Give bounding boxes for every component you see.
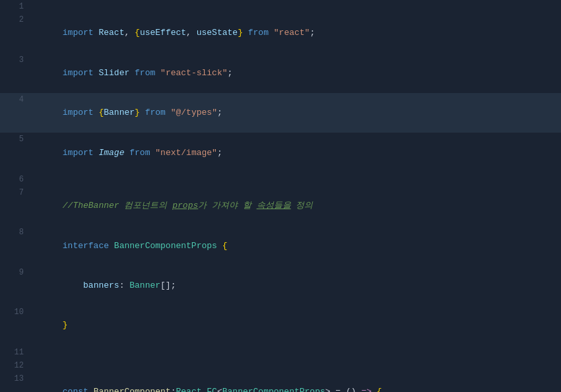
line-number: 3: [5, 54, 24, 67]
line-number: 2: [5, 14, 24, 26]
line-number: 8: [5, 226, 24, 239]
line-2: 2 import React, {useEffect, useState} fr…: [0, 13, 561, 53]
line-1: 1: [0, 0, 561, 13]
line-12: 12: [0, 359, 561, 372]
line-4: 4 import {Banner} from "@/types";: [0, 93, 561, 133]
line-3: 3 import Slider from "react-slick";: [0, 53, 561, 93]
line-10: 10 }: [0, 306, 561, 345]
line-number: 10: [5, 306, 24, 319]
line-number: 7: [5, 187, 24, 199]
line-6: 6: [0, 173, 561, 186]
line-11: 11: [0, 346, 561, 359]
line-5: 5 import Image from "next/image";: [0, 133, 561, 172]
line-number: 1: [5, 1, 24, 13]
line-13: 13 const BannerComponent:React.FC<Banner…: [0, 372, 561, 392]
line-number: 12: [5, 360, 24, 372]
line-7: 7 //TheBanner 컴포넌트의 props가 가져야 할 속성들을 정의: [0, 186, 561, 226]
line-8: 8 interface BannerComponentProps {: [0, 226, 561, 265]
line-number: 13: [5, 373, 24, 385]
code-editor: 1 2 import React, {useEffect, useState} …: [0, 0, 561, 392]
line-number: 6: [5, 174, 24, 186]
line-number: 9: [5, 267, 24, 279]
line-number: 5: [5, 133, 24, 146]
line-9: 9 banners: Banner[];: [0, 266, 561, 306]
line-number: 4: [5, 94, 24, 106]
line-number: 11: [5, 346, 24, 359]
